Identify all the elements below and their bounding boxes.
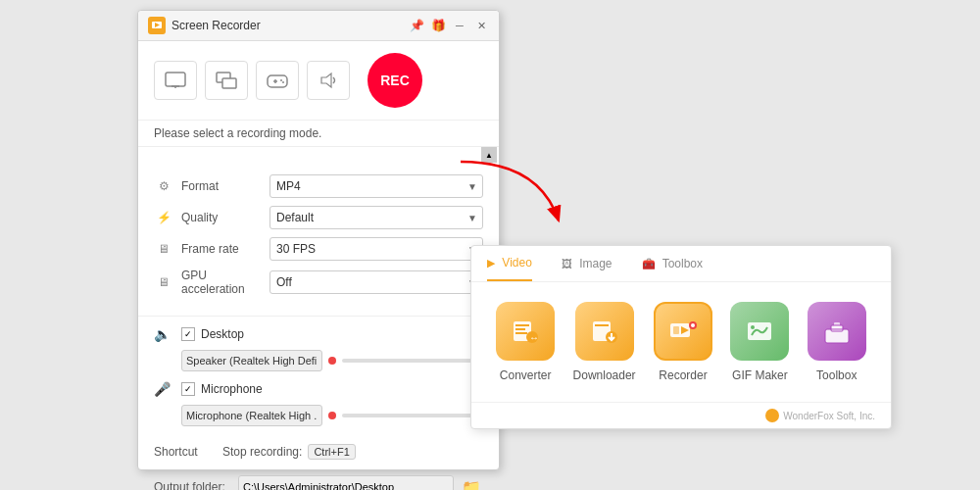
title-bar: Screen Recorder 📌 🎁 ─ ✕ xyxy=(138,11,499,41)
svg-rect-2 xyxy=(166,73,185,86)
rec-button[interactable]: REC xyxy=(368,53,422,108)
toolbox-tab-label: Toolbox xyxy=(662,257,703,270)
desktop-device-select[interactable]: Speaker (Realtek High Defi... xyxy=(181,350,322,371)
video-tab-icon: ▶ xyxy=(487,257,495,270)
converter-label: Converter xyxy=(500,368,552,382)
svg-rect-17 xyxy=(515,332,527,334)
stop-key: Ctrl+F1 xyxy=(308,444,355,460)
video-tab-label: Video xyxy=(502,256,531,270)
output-label: Output folder: xyxy=(154,480,232,490)
microphone-vol-dot xyxy=(328,412,336,419)
desktop-audio-item: 🔈 ✓ Desktop xyxy=(154,326,483,342)
quality-select[interactable]: Default High Low xyxy=(270,206,483,229)
svg-text:↔: ↔ xyxy=(529,332,539,343)
recorder-label: Recorder xyxy=(659,368,707,382)
svg-point-30 xyxy=(751,325,755,329)
rec-label: REC xyxy=(380,73,410,88)
game-mode-button[interactable] xyxy=(256,61,299,100)
microphone-vol-slider[interactable] xyxy=(342,414,483,417)
microphone-audio-item: 🎤 ✓ Microphone xyxy=(154,381,483,397)
framerate-select-wrapper: 30 FPS 60 FPS 24 FPS ▼ xyxy=(270,237,483,261)
quality-row: ⚡ Quality Default High Low ▼ xyxy=(154,206,483,229)
title-bar-controls: 📌 🎁 ─ ✕ xyxy=(409,18,489,33)
format-row: ⚙ Format MP4 AVI MOV ▼ xyxy=(154,174,483,198)
tab-video[interactable]: ▶ Video xyxy=(487,246,532,281)
svg-point-28 xyxy=(691,323,695,327)
app-toolbox[interactable]: Toolbox xyxy=(808,302,866,382)
scroll-up-button[interactable]: ▲ xyxy=(481,147,497,163)
converter-icon-box: ↔ xyxy=(496,302,555,361)
svg-rect-26 xyxy=(673,326,679,334)
stop-shortcut-item: Stop recording: Ctrl+F1 xyxy=(222,444,356,460)
gpu-select-wrapper: Off On ▼ xyxy=(270,270,483,294)
downloader-icon-box xyxy=(575,302,634,361)
desktop-checkbox[interactable]: ✓ xyxy=(181,327,195,341)
tab-toolbox[interactable]: 🧰 Toolbox xyxy=(642,247,704,280)
wonderfox-logo xyxy=(765,409,779,422)
settings-section: ⚙ Format MP4 AVI MOV ▼ ⚡ Quality Default… xyxy=(138,163,499,316)
app-panel: ▶ Video 🖼 Image 🧰 Toolbox ↔ xyxy=(470,245,892,429)
window-mode-button[interactable] xyxy=(205,61,248,100)
svg-point-11 xyxy=(282,81,284,83)
mode-instruction: Please select a recording mode. xyxy=(138,121,499,147)
format-icon: ⚙ xyxy=(154,176,173,196)
panel-footer: WonderFox Soft, Inc. xyxy=(471,402,891,428)
microphone-label: Microphone xyxy=(201,382,263,396)
title-bar-left: Screen Recorder xyxy=(148,17,261,34)
image-tab-icon: 🖼 xyxy=(562,258,572,270)
gif-maker-icon-box xyxy=(730,302,789,361)
svg-point-10 xyxy=(280,79,282,81)
desktop-label: Desktop xyxy=(201,327,244,341)
window-title: Screen Recorder xyxy=(172,19,261,32)
format-select-wrapper: MP4 AVI MOV ▼ xyxy=(270,174,483,198)
toolbox-tab-icon: 🧰 xyxy=(642,258,656,270)
framerate-select[interactable]: 30 FPS 60 FPS 24 FPS xyxy=(270,237,483,261)
app-converter[interactable]: ↔ Converter xyxy=(496,302,555,382)
desktop-vol-dot xyxy=(328,357,336,365)
gift-icon[interactable]: 🎁 xyxy=(430,18,446,33)
output-section: Output folder: C:\Users\Administrator\De… xyxy=(138,467,499,490)
desktop-audio-controls: Speaker (Realtek High Defi... xyxy=(181,350,483,371)
quality-select-wrapper: Default High Low ▼ xyxy=(270,206,483,229)
open-folder-button[interactable]: 📁 xyxy=(460,475,483,490)
mic-icon: 🎤 xyxy=(154,381,173,397)
gpu-select[interactable]: Off On xyxy=(270,270,483,294)
gpu-label: GPU acceleration xyxy=(181,269,270,296)
panel-apps: ↔ Converter Downloader xyxy=(471,282,891,402)
output-path-select[interactable]: C:\Users\Administrator\Desktop xyxy=(238,475,454,490)
framerate-row: 🖥 Frame rate 30 FPS 60 FPS 24 FPS ▼ xyxy=(154,237,483,261)
desktop-device-wrapper: Speaker (Realtek High Defi... xyxy=(181,350,322,371)
app-logo-icon xyxy=(148,17,166,34)
tab-image[interactable]: 🖼 Image xyxy=(562,247,612,280)
desktop-vol-slider[interactable] xyxy=(342,359,483,363)
minimize-button[interactable]: ─ xyxy=(452,18,467,33)
toolbox-label: Toolbox xyxy=(816,368,857,382)
quality-label: Quality xyxy=(181,211,270,224)
shortcut-section: Shortcut Stop recording: Ctrl+F1 xyxy=(138,436,499,467)
audio-mode-button[interactable] xyxy=(307,61,350,100)
scroll-indicator: ▲ xyxy=(138,147,499,163)
svg-rect-6 xyxy=(222,78,236,88)
app-recorder[interactable]: Recorder xyxy=(654,302,712,382)
microphone-device-select[interactable]: Microphone (Realtek High ... xyxy=(181,405,322,426)
gpu-row: 🖥 GPU acceleration Off On ▼ xyxy=(154,269,483,296)
panel-tabs: ▶ Video 🖼 Image 🧰 Toolbox xyxy=(471,246,891,282)
pin-icon[interactable]: 📌 xyxy=(409,18,424,33)
recorder-window: Screen Recorder 📌 🎁 ─ ✕ xyxy=(137,10,500,470)
app-gif-maker[interactable]: GIF Maker xyxy=(730,302,789,382)
screen-mode-button[interactable] xyxy=(154,61,197,100)
microphone-checkbox[interactable]: ✓ xyxy=(181,382,195,396)
svg-rect-15 xyxy=(515,324,529,326)
microphone-device-wrapper: Microphone (Realtek High ... xyxy=(181,405,322,426)
gpu-icon: 🖥 xyxy=(154,272,173,292)
framerate-icon: 🖥 xyxy=(154,239,173,259)
mode-toolbar: REC xyxy=(138,41,499,121)
footer-text: WonderFox Soft, Inc. xyxy=(783,411,875,421)
app-downloader[interactable]: Downloader xyxy=(573,302,636,382)
format-select[interactable]: MP4 AVI MOV xyxy=(270,174,483,198)
gif-maker-label: GIF Maker xyxy=(732,368,788,382)
toolbox-icon-box xyxy=(808,302,866,361)
quality-icon: ⚡ xyxy=(154,208,173,227)
close-button[interactable]: ✕ xyxy=(473,18,489,33)
shortcut-label: Shortcut xyxy=(154,445,213,459)
